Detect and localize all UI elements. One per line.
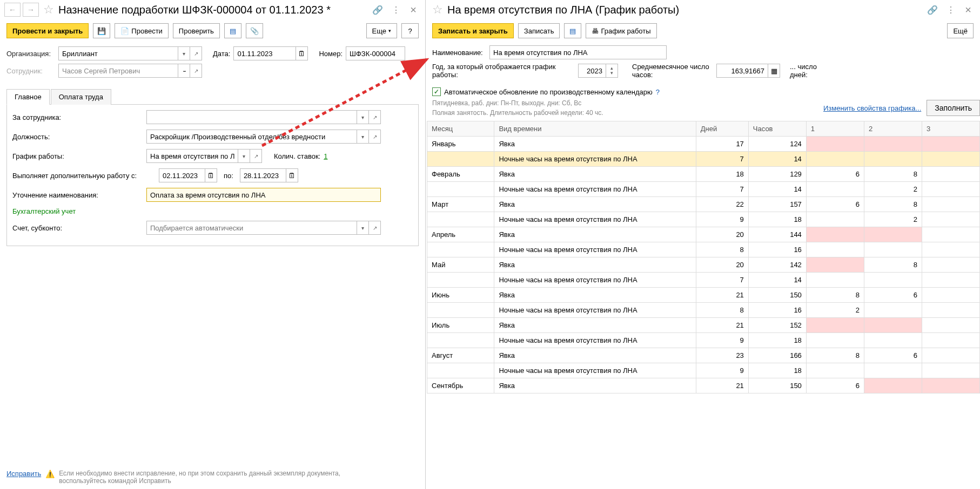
extra-from-calendar-icon[interactable]: 🗓 <box>205 168 217 182</box>
help-question-icon[interactable]: ? <box>656 88 660 96</box>
schedule-dropdown-icon[interactable]: ▾ <box>238 149 250 163</box>
help-button-left[interactable]: ? <box>401 23 419 38</box>
fill-button[interactable]: Заполнить <box>927 100 980 116</box>
more-button-right[interactable]: Ещё <box>947 23 974 38</box>
link-icon[interactable]: 🔗 <box>369 5 386 15</box>
post-and-close-button[interactable]: Провести и закрыть <box>6 23 89 38</box>
for-employee-input[interactable] <box>146 110 357 124</box>
rates-label: Колич. ставок: <box>274 152 320 160</box>
avg-hours-label: Среднемесячное число часов: <box>632 63 712 79</box>
col-hours[interactable]: Часов <box>748 121 806 137</box>
change-schedule-link[interactable]: Изменить свойства графика... <box>823 104 921 112</box>
table-row[interactable]: ЯнварьЯвка17124 <box>427 137 980 152</box>
position-open-icon[interactable]: ↗ <box>369 130 381 144</box>
table-row[interactable]: Ночные часы на время отсутствия по ЛНА91… <box>427 363 980 378</box>
tab-pay[interactable]: Оплата труда <box>51 89 111 105</box>
employee-input[interactable] <box>58 64 178 78</box>
position-dropdown-icon[interactable]: ▾ <box>357 130 369 144</box>
schedule-table: Месяц Вид времени Дней Часов 1 2 3 Январ… <box>427 121 980 393</box>
close-button-left[interactable]: × <box>406 4 421 16</box>
check-button[interactable]: Проверить <box>173 23 220 38</box>
table-row[interactable]: ИюньЯвка2115086 <box>427 288 980 303</box>
rates-value-link[interactable]: 1 <box>324 152 327 160</box>
org-dropdown-icon[interactable]: ▾ <box>178 46 190 60</box>
date-input[interactable] <box>233 46 296 60</box>
extra-to-calendar-icon[interactable]: 🗓 <box>286 168 298 182</box>
schedule-button[interactable]: 🖶 График работы <box>586 23 656 38</box>
table-row[interactable]: ФевральЯвка1812968 <box>427 167 980 182</box>
col-day3[interactable]: 3 <box>922 121 979 137</box>
col-type[interactable]: Вид времени <box>494 121 696 137</box>
structure-button[interactable]: ▤ <box>224 23 241 38</box>
position-label: Должность: <box>12 133 143 141</box>
number-input[interactable] <box>346 46 405 60</box>
extra-from-input[interactable] <box>159 168 205 182</box>
table-row[interactable]: Ночные часы на время отсутствия по ЛНА81… <box>427 303 980 318</box>
table-row[interactable]: Ночные часы на время отсутствия по ЛНА71… <box>427 182 980 197</box>
clarify-label: Уточнение наименования: <box>12 191 143 199</box>
org-input[interactable] <box>58 46 178 60</box>
table-row[interactable]: АпрельЯвка20144 <box>427 227 980 242</box>
favorite-star-icon[interactable]: ☆ <box>43 3 54 17</box>
schedule-input[interactable] <box>146 149 238 163</box>
year-input[interactable] <box>578 64 606 78</box>
col-month[interactable]: Месяц <box>427 121 494 137</box>
attach-button[interactable]: 📎 <box>246 23 263 38</box>
more-button-left[interactable]: Еще ▾ <box>366 23 397 38</box>
table-row[interactable]: Ночные часы на время отсутствия по ЛНА71… <box>427 152 980 167</box>
menu-dots-icon-right[interactable]: ⋮ <box>943 5 958 15</box>
footer-message: Если необходимо внести исправление, но п… <box>59 470 383 485</box>
post-button[interactable]: 📄Провести <box>115 23 169 38</box>
extra-to-input[interactable] <box>240 168 286 182</box>
save-button[interactable]: 💾 <box>93 23 110 38</box>
for-employee-open-icon[interactable]: ↗ <box>369 110 381 124</box>
year-spinner-icon[interactable]: ▴▾ <box>606 64 618 78</box>
structure-right-button[interactable]: ▤ <box>564 23 581 38</box>
schedule-label: График работы: <box>12 152 143 160</box>
table-row[interactable]: МартЯвка2215768 <box>427 197 980 212</box>
schedule-open-icon[interactable]: ↗ <box>250 149 262 163</box>
account-label: Счет, субконто: <box>12 224 143 232</box>
close-button-right[interactable]: × <box>961 4 976 16</box>
account-input[interactable] <box>146 221 357 235</box>
table-row[interactable]: МайЯвка201428 <box>427 257 980 273</box>
table-row[interactable]: АвгустЯвка2316686 <box>427 348 980 363</box>
org-open-icon[interactable]: ↗ <box>190 46 202 60</box>
table-row[interactable]: Ночные часы на время отсутствия по ЛНА71… <box>427 273 980 288</box>
tab-main[interactable]: Главное <box>6 89 50 105</box>
employee-open-icon[interactable]: ↗ <box>190 64 202 78</box>
table-row[interactable]: Ночные часы на время отсутствия по ЛНА81… <box>427 242 980 257</box>
link-icon-right[interactable]: 🔗 <box>924 5 941 15</box>
nav-back-button[interactable]: ← <box>4 3 21 17</box>
position-input[interactable] <box>146 130 357 144</box>
org-label: Организация: <box>6 50 55 58</box>
avg-hours-input[interactable] <box>716 64 768 78</box>
table-row[interactable]: СентябрьЯвка211506 <box>427 378 980 393</box>
avg-hours-calc-icon[interactable]: ▦ <box>768 64 780 78</box>
save-right-button[interactable]: Записать <box>518 23 560 38</box>
date-label: Дата: <box>213 50 230 58</box>
name-input[interactable] <box>489 45 667 59</box>
date-calendar-icon[interactable]: 🗓 <box>296 46 308 60</box>
account-dropdown-icon[interactable]: ▾ <box>357 221 369 235</box>
for-employee-dropdown-icon[interactable]: ▾ <box>357 110 369 124</box>
schedule-info-1: Пятидневка, раб. дни: Пн-Пт, выходн. дни… <box>426 98 823 108</box>
col-day1[interactable]: 1 <box>806 121 864 137</box>
col-days[interactable]: Дней <box>696 121 748 137</box>
favorite-star-icon-right[interactable]: ☆ <box>432 3 443 17</box>
warning-icon: ⚠️ <box>45 470 55 478</box>
days-count-label: ... число дней: <box>790 63 822 79</box>
account-open-icon[interactable]: ↗ <box>369 221 381 235</box>
table-row[interactable]: Ночные часы на время отсутствия по ЛНА91… <box>427 333 980 348</box>
table-row[interactable]: Ночные часы на время отсутствия по ЛНА91… <box>427 212 980 227</box>
fix-link[interactable]: Исправить <box>6 470 41 478</box>
employee-pick-icon[interactable]: ... <box>178 64 190 78</box>
col-day2[interactable]: 2 <box>864 121 922 137</box>
save-and-close-button[interactable]: Записать и закрыть <box>432 23 514 38</box>
menu-dots-icon[interactable]: ⋮ <box>388 5 404 15</box>
clarify-input[interactable] <box>146 188 381 202</box>
autoupdate-checkbox[interactable]: ✓ <box>432 87 441 96</box>
autoupdate-label: Автоматическое обновление по производств… <box>444 88 653 96</box>
nav-forward-button[interactable]: → <box>23 3 39 17</box>
table-row[interactable]: ИюльЯвка21152 <box>427 318 980 333</box>
